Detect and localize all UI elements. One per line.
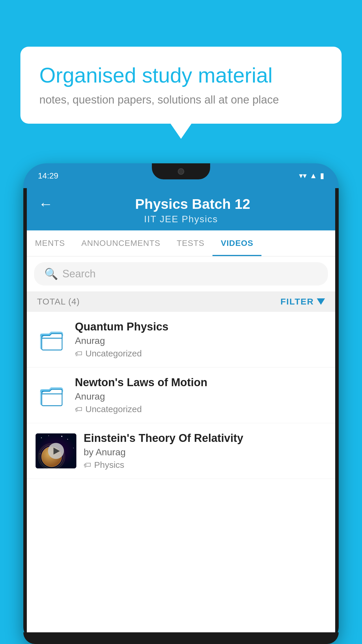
video-author: Anurag xyxy=(75,335,326,346)
video-info: Quantum Physics Anurag 🏷 Uncategorized xyxy=(75,321,326,358)
status-time: 14:29 xyxy=(38,171,58,181)
list-item[interactable]: Einstein's Theory Of Relativity by Anura… xyxy=(27,423,335,479)
search-container: 🔍 Search xyxy=(27,256,335,291)
video-title: Newton's Laws of Motion xyxy=(75,376,326,389)
page-title: Physics Batch 12 xyxy=(62,196,324,212)
tab-ments[interactable]: MENTS xyxy=(27,230,73,256)
bubble-title: Organised study material xyxy=(39,63,323,88)
video-info: Newton's Laws of Motion Anurag 🏷 Uncateg… xyxy=(75,376,326,414)
tab-announcements[interactable]: ANNOUNCEMENTS xyxy=(73,230,168,256)
video-list: Quantum Physics Anurag 🏷 Uncategorized xyxy=(27,312,335,479)
filter-label: FILTER xyxy=(280,297,314,307)
app-header: ← Physics Batch 12 IIT JEE Physics xyxy=(27,188,335,230)
tag-icon: 🏷 xyxy=(84,461,91,470)
video-title: Quantum Physics xyxy=(75,321,326,333)
filter-button[interactable]: FILTER xyxy=(280,297,325,307)
tab-tests[interactable]: TESTS xyxy=(168,230,212,256)
signal-icon: ▲ xyxy=(310,171,317,180)
video-info: Einstein's Theory Of Relativity by Anura… xyxy=(84,432,326,470)
svg-point-6 xyxy=(48,435,49,436)
tag-label: Uncategorized xyxy=(85,404,142,414)
tabs-container: MENTS ANNOUNCEMENTS TESTS VIDEOS xyxy=(27,230,335,256)
svg-point-7 xyxy=(67,439,68,440)
camera xyxy=(178,168,184,175)
back-button[interactable]: ← xyxy=(38,195,53,212)
header-row: ← Physics Batch 12 xyxy=(38,195,324,212)
battery-icon: ▮ xyxy=(320,171,324,180)
video-author: by Anurag xyxy=(84,447,326,458)
phone-notch xyxy=(152,163,210,179)
video-tag: 🏷 Physics xyxy=(84,460,326,470)
video-thumbnail xyxy=(36,433,76,468)
speech-bubble: Organised study material notes, question… xyxy=(20,47,342,124)
search-placeholder: Search xyxy=(62,268,96,280)
video-tag: 🏷 Uncategorized xyxy=(75,349,326,358)
tag-label: Physics xyxy=(94,460,124,470)
tag-icon: 🏷 xyxy=(75,349,82,358)
folder-icon-container xyxy=(36,323,68,356)
wifi-icon: ▾▾ xyxy=(299,171,307,180)
svg-point-8 xyxy=(73,448,74,448)
list-item[interactable]: Quantum Physics Anurag 🏷 Uncategorized xyxy=(27,312,335,368)
play-icon xyxy=(53,447,60,454)
tag-label: Uncategorized xyxy=(85,349,142,358)
thumbnail-bg xyxy=(36,433,76,468)
folder-icon xyxy=(38,326,65,353)
video-tag: 🏷 Uncategorized xyxy=(75,404,326,414)
status-bar: 14:29 ▾▾ ▲ ▮ xyxy=(23,163,339,188)
tag-icon: 🏷 xyxy=(75,405,82,414)
phone-screen: ← Physics Batch 12 IIT JEE Physics MENTS… xyxy=(27,188,335,632)
speech-bubble-container: Organised study material notes, question… xyxy=(20,47,342,124)
total-count: TOTAL (4) xyxy=(37,297,80,307)
search-box[interactable]: 🔍 Search xyxy=(34,262,328,286)
tab-videos[interactable]: VIDEOS xyxy=(212,230,261,256)
phone-mockup: 14:29 ▾▾ ▲ ▮ ← Physics Batch 12 IIT JEE … xyxy=(23,163,339,644)
status-icons: ▾▾ ▲ ▮ xyxy=(299,171,324,180)
svg-point-5 xyxy=(41,438,42,438)
folder-icon-container xyxy=(36,379,68,411)
folder-icon xyxy=(38,382,65,408)
list-item[interactable]: Newton's Laws of Motion Anurag 🏷 Uncateg… xyxy=(27,368,335,423)
video-title: Einstein's Theory Of Relativity xyxy=(84,432,326,444)
search-icon: 🔍 xyxy=(44,267,58,280)
video-author: Anurag xyxy=(75,391,326,402)
svg-point-10 xyxy=(61,436,62,437)
filter-icon xyxy=(317,298,325,305)
play-button[interactable] xyxy=(48,443,64,459)
breadcrumb: IIT JEE Physics xyxy=(144,214,218,225)
filter-bar: TOTAL (4) FILTER xyxy=(27,291,335,312)
phone-bottom xyxy=(23,632,339,644)
bubble-subtitle: notes, question papers, solutions all at… xyxy=(39,94,323,106)
